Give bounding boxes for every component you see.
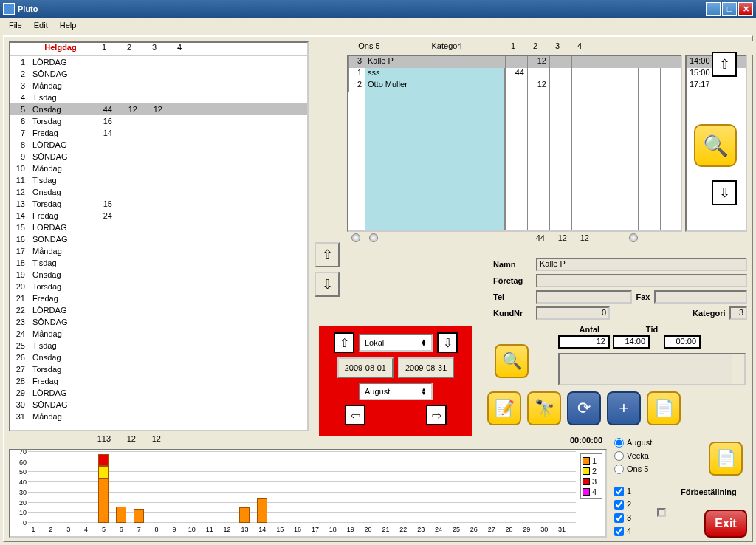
comment-box[interactable] — [558, 353, 746, 385]
lokal-combo[interactable]: Lokal ▲▼ — [359, 334, 433, 352]
calendar-row[interactable]: 11Tisdag — [10, 174, 307, 186]
chart-bar — [116, 507, 126, 523]
chart-bar — [98, 454, 109, 466]
calendar-row[interactable]: 6Torsdag16 — [10, 115, 307, 127]
check-3[interactable]: 3 — [614, 511, 631, 524]
detail-down-button[interactable]: ⇩ — [712, 180, 737, 205]
detail-scrollbar[interactable]: 44 12 12 — [347, 232, 682, 244]
tid-from-field[interactable]: 14:00 — [613, 335, 650, 349]
calendar-row[interactable]: 22LÖRDAG — [10, 304, 307, 316]
menu-edit[interactable]: Edit — [28, 19, 54, 31]
calendar-row[interactable]: 17Måndag — [10, 245, 307, 257]
search-small-button[interactable]: 🔍 — [495, 344, 529, 378]
calendar-row[interactable]: 10Måndag — [10, 162, 307, 174]
calendar-row[interactable]: 19Onsdag — [10, 269, 307, 281]
lokal-down-button[interactable]: ⇩ — [437, 332, 458, 353]
maximize-button[interactable]: □ — [722, 2, 737, 16]
calendar-row[interactable]: 2SÖNDAG — [10, 68, 307, 80]
calendar-row[interactable]: 7Fredag14 — [10, 127, 307, 139]
calendar-row[interactable]: 16SÖNDAG — [10, 233, 307, 245]
series-checks: 1 2 3 4 — [614, 484, 631, 538]
kategori-label: Kategori — [693, 309, 729, 318]
minimize-button[interactable]: _ — [706, 2, 721, 16]
calendar-row[interactable]: 30SÖNDAG — [10, 399, 307, 411]
calendar-row[interactable]: 24Måndag — [10, 328, 307, 340]
detail-up-button[interactable]: ⇧ — [712, 52, 737, 77]
forbestallning-button[interactable]: 📄 — [709, 442, 743, 476]
check-4[interactable]: 4 — [614, 524, 631, 538]
calendar-row[interactable]: 13Torsdag15 — [10, 198, 307, 210]
detail-table[interactable]: 3Kalle P121sss442Otto Muller12 — [347, 55, 682, 232]
calendar-row[interactable]: 4Tisdag — [10, 92, 307, 103]
check-1[interactable]: 1 — [614, 484, 631, 498]
calendar-row[interactable]: 12Onsdag — [10, 186, 307, 198]
forbestallning-label: Förbeställning — [681, 487, 737, 496]
exit-button[interactable]: Exit — [704, 510, 747, 538]
chart-bar — [98, 479, 109, 523]
detail-row[interactable]: 1sss44 — [348, 68, 681, 80]
detail-header: Ons 5 Kategori 1 2 3 4 — [347, 41, 756, 55]
month-prev-button[interactable]: ⇦ — [345, 405, 365, 425]
calendar-header-day: Helgdag — [30, 43, 92, 55]
calendar-row[interactable]: 15LÖRDAG — [10, 222, 307, 233]
foretag-field[interactable] — [536, 274, 747, 287]
search-big-button[interactable]: 🔍 — [694, 124, 737, 167]
binoculars-button[interactable]: 🔭 — [527, 391, 561, 425]
date-from-button[interactable]: 2009-08-01 — [337, 357, 394, 378]
radio-ons5[interactable]: Ons 5 — [614, 462, 654, 476]
calendar-row[interactable]: 5Onsdag441212 — [10, 103, 307, 115]
calendar-row[interactable]: 20Torsdag — [10, 281, 307, 292]
calendar-row[interactable]: 23SÖNDAG — [10, 316, 307, 328]
detail-row[interactable]: 3Kalle P12 — [348, 56, 681, 68]
tel-field[interactable] — [536, 290, 632, 304]
foretag-label: Företag — [493, 276, 536, 285]
tid-to-field[interactable]: 00:00 — [664, 335, 701, 349]
extra-checkbox[interactable] — [657, 508, 666, 517]
date-to-button[interactable]: 2009-08-31 — [398, 357, 454, 378]
kategori-field[interactable]: 3 — [729, 306, 747, 320]
calendar-row[interactable]: 8LÖRDAG — [10, 139, 307, 151]
calendar-table[interactable]: Helgdag 1 2 3 4 1LÖRDAG2SÖNDAG3Måndag4Ti… — [9, 41, 309, 431]
contact-form: Namn Kalle P Företag Tel Fax KundNr 0 Ka… — [493, 257, 747, 322]
notes-button[interactable]: 📝 — [487, 391, 521, 425]
check-2[interactable]: 2 — [614, 498, 631, 511]
add-button[interactable]: + — [607, 391, 641, 425]
lokal-up-button[interactable]: ⇧ — [334, 332, 354, 353]
fax-field[interactable] — [654, 290, 747, 304]
chart: 0102030405060701234567891011121314151617… — [9, 449, 607, 538]
calendar-row[interactable]: 1LÖRDAG — [10, 56, 307, 68]
calendar-row[interactable]: 9SÖNDAG — [10, 151, 307, 162]
action-row: 📝 🔭 ⟳ + 📄 — [487, 391, 681, 425]
radio-vecka[interactable]: Vecka — [614, 449, 654, 462]
calendar-row[interactable]: 26Onsdag — [10, 352, 307, 363]
antal-field[interactable]: 12 — [558, 335, 610, 349]
kundnr-field[interactable]: 0 — [536, 306, 610, 320]
detail-row[interactable]: 2Otto Muller12 — [348, 80, 681, 92]
calendar-row[interactable]: 27Torsdag — [10, 363, 307, 375]
menubar: File Edit Help — [0, 18, 756, 32]
calendar-down-button[interactable]: ⇩ — [315, 272, 340, 297]
close-button[interactable]: ✕ — [738, 2, 753, 16]
calendar-row[interactable]: 3Måndag — [10, 80, 307, 92]
comment-scrollbar[interactable] — [732, 354, 744, 384]
document-button[interactable]: 📄 — [647, 391, 681, 425]
month-next-button[interactable]: ⇨ — [426, 405, 447, 425]
calendar-row[interactable]: 21Fredag — [10, 292, 307, 304]
namn-field[interactable]: Kalle P — [536, 258, 747, 271]
calendar-row[interactable]: 28Fredag — [10, 375, 307, 387]
calendar-up-button[interactable]: ⇧ — [315, 242, 340, 267]
namn-label: Namn — [493, 260, 536, 269]
menu-file[interactable]: File — [3, 19, 28, 31]
calendar-row[interactable]: 25Tisdag — [10, 340, 307, 352]
kundnr-label: KundNr — [493, 309, 536, 318]
refresh-button[interactable]: ⟳ — [567, 391, 601, 425]
calendar-row[interactable]: 18Tisdag — [10, 257, 307, 269]
titlebar: Pluto _ □ ✕ — [0, 0, 756, 18]
calendar-row[interactable]: 14Fredag24 — [10, 210, 307, 222]
month-combo[interactable]: Augusti ▲▼ — [359, 383, 433, 400]
radio-augusti[interactable]: Augusti — [614, 436, 654, 449]
menu-help[interactable]: Help — [54, 19, 83, 31]
calendar-row[interactable]: 31Måndag — [10, 411, 307, 422]
chart-bar — [98, 466, 109, 478]
calendar-row[interactable]: 29LÖRDAG — [10, 387, 307, 399]
